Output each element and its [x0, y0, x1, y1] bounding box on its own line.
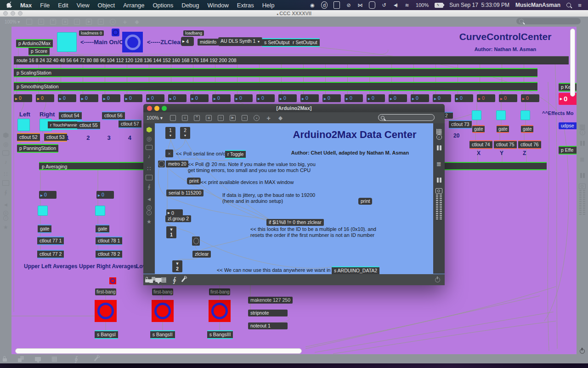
record-icon[interactable]: [147, 132, 152, 145]
gate-x[interactable]: gate: [472, 125, 485, 133]
chat-icon[interactable]: [369, 1, 375, 9]
picture-icon[interactable]: [146, 175, 153, 180]
avg-right-toggle[interactable]: [95, 206, 105, 216]
paint-icon[interactable]: [134, 19, 140, 25]
button-icon[interactable]: [74, 19, 80, 25]
audio-icon[interactable]: [148, 150, 151, 162]
ctlout-76[interactable]: ctlout 76: [518, 140, 541, 149]
toggle-icon[interactable]: [206, 115, 212, 121]
notification-center-icon[interactable]: [577, 2, 582, 8]
attach-icon[interactable]: [166, 276, 183, 284]
menu-clock[interactable]: Sun Sep 17 5:33:09 PM: [449, 2, 509, 8]
bang-button-1[interactable]: [95, 300, 117, 322]
comment-icon[interactable]: [194, 115, 200, 121]
grid-icon[interactable]: [580, 124, 585, 130]
menu-user[interactable]: MusicManAsman: [515, 2, 560, 8]
number-box[interactable]: 0: [102, 94, 120, 102]
subpatcher-effects[interactable]: p Effe: [559, 146, 577, 155]
commentbox-icon[interactable]: [146, 145, 153, 150]
send-setoutput[interactable]: s SetOutput: [262, 38, 292, 47]
number-box[interactable]: 0: [433, 94, 451, 102]
info-icon[interactable]: [580, 130, 585, 135]
number-box[interactable]: 0: [168, 94, 187, 102]
ctlout-74[interactable]: ctlout 74: [469, 140, 492, 149]
slider-icon[interactable]: [242, 115, 248, 121]
gate-left[interactable]: gate: [38, 224, 51, 233]
gate-z[interactable]: gate: [521, 125, 533, 133]
list-icon[interactable]: [580, 151, 585, 167]
bang-button-2[interactable]: [152, 300, 174, 322]
object-icon[interactable]: [26, 19, 32, 25]
attach-icon[interactable]: [68, 355, 85, 363]
small-red-bang[interactable]: [109, 277, 116, 284]
number-box[interactable]: 0: [234, 94, 253, 102]
matrix-icon[interactable]: [147, 162, 151, 175]
number-box[interactable]: 0: [80, 94, 98, 102]
add-icon[interactable]: [266, 115, 271, 121]
menu-item[interactable]: Options: [153, 2, 173, 9]
wrench-icon[interactable]: [94, 356, 98, 361]
columns-icon[interactable]: [437, 172, 441, 188]
camera-icon[interactable]: [579, 184, 586, 189]
display-icon[interactable]: [334, 1, 340, 9]
midiinfo-object[interactable]: midiinfo: [198, 39, 219, 46]
zlclear-button[interactable]: [122, 32, 143, 52]
zero-icon[interactable]: [3, 211, 8, 216]
commentbox-icon[interactable]: [2, 150, 9, 155]
ctlout-77-2[interactable]: ctlout 77 2: [37, 250, 64, 259]
x-toggle[interactable]: [472, 110, 481, 120]
number-box[interactable]: 0: [36, 94, 54, 102]
metro-bang[interactable]: [158, 161, 165, 167]
add-icon[interactable]: [122, 19, 128, 25]
number-box[interactable]: 0: [411, 94, 429, 102]
number-box[interactable]: 0: [146, 94, 164, 102]
menu-item[interactable]: File: [40, 2, 50, 9]
layers-icon[interactable]: [18, 356, 24, 362]
lock-icon[interactable]: [3, 358, 7, 362]
layers-icon[interactable]: [149, 277, 155, 283]
menu-item[interactable]: Extras: [237, 2, 254, 9]
message-icon[interactable]: [38, 19, 44, 25]
speaker-icon[interactable]: [147, 193, 151, 205]
number-box[interactable]: 0: [477, 94, 495, 102]
send-arduino-data[interactable]: s ARDUINO_DATA2: [332, 266, 379, 274]
subpatcher-smoothingstation[interactable]: p SmoothingStation: [14, 82, 537, 91]
ctlout-54[interactable]: ctlout 54: [59, 111, 82, 120]
umenu-2[interactable]: 2▼: [180, 127, 190, 139]
number-box[interactable]: 0: [58, 94, 76, 102]
number-box[interactable]: 0: [521, 94, 539, 102]
dial-icon[interactable]: [110, 19, 116, 25]
lock-icon[interactable]: [145, 279, 149, 282]
z-toggle[interactable]: [520, 110, 530, 120]
y-toggle[interactable]: [496, 110, 506, 120]
number-box[interactable]: 0: [322, 94, 341, 102]
button-icon[interactable]: [218, 115, 224, 121]
grid-icon[interactable]: [436, 129, 442, 134]
number-box[interactable]: 0: [367, 94, 385, 102]
gate-right[interactable]: gate: [96, 224, 109, 233]
search-field[interactable]: [378, 114, 435, 121]
ctlout-57[interactable]: ctlout 57: [119, 120, 141, 128]
attach-icon[interactable]: [147, 180, 150, 193]
menu-item[interactable]: View: [77, 2, 90, 9]
vertical-scrollbar[interactable]: [570, 29, 575, 97]
avg-right-number[interactable]: 0: [96, 191, 114, 199]
if-object[interactable]: if $i1%8 != 0 then zlclear: [266, 219, 324, 226]
slider-icon[interactable]: [98, 19, 104, 25]
menu-item[interactable]: Debug: [181, 2, 199, 9]
columns-icon[interactable]: [437, 140, 441, 156]
menu-item[interactable]: Window: [208, 2, 229, 9]
noteout-object[interactable]: noteout 1: [248, 322, 288, 329]
toggle-icon[interactable]: [62, 19, 68, 25]
number-box[interactable]: 0: [455, 94, 473, 102]
makenote-object[interactable]: makenote 127 250: [248, 297, 293, 304]
print-button-2[interactable]: print: [358, 198, 372, 205]
power-icon[interactable]: [580, 349, 585, 354]
send-bangs-object[interactable]: s BangsI: [95, 330, 118, 339]
dmenu-icon[interactable]: [321, 1, 328, 9]
avg-left-toggle[interactable]: [38, 206, 48, 216]
midi-output-dropdown[interactable]: AU DLS Synth 1 ▼: [218, 37, 262, 46]
udpsend-object[interactable]: udpse: [559, 122, 577, 129]
menu-item[interactable]: Edit: [58, 2, 68, 9]
cube-icon[interactable]: [3, 132, 9, 138]
